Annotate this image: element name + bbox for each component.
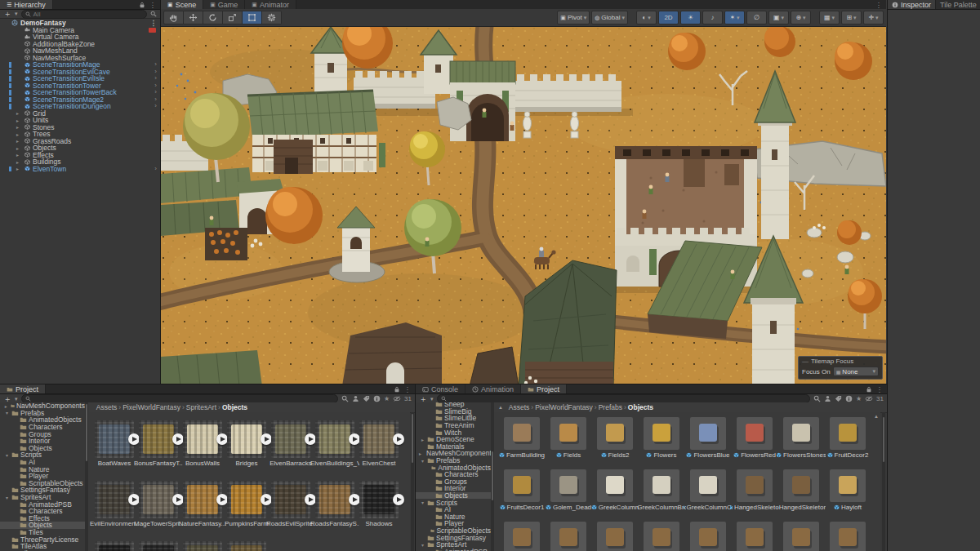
shading-mode-button[interactable]: ◐▾ [636,11,657,24]
scene-view-tab[interactable]: ▣Animator [245,0,296,9]
audio-toggle[interactable]: ♪ [702,11,723,24]
expand-sprites-icon[interactable] [393,433,404,445]
create-button[interactable]: ＋ [3,8,11,20]
scene-canvas[interactable]: —Tilemap Focus Focus On ▦ None ▾ [161,27,886,384]
inspector-tab[interactable]: Tile Palette [936,0,980,9]
kebab-menu-icon[interactable]: ⋮ [875,1,883,9]
search-by-label-icon[interactable] [835,395,842,402]
search-by-type-icon[interactable] [824,395,831,402]
snap-settings-button[interactable]: ⊞▾ [841,11,862,24]
breadcrumb-segment[interactable]: SpritesArt [186,403,216,411]
asset-thumbnail[interactable]: GreekColumnBro... [644,469,679,502]
asset-thumbnail[interactable]: Shadows [359,481,399,518]
hierarchy-row[interactable]: ▸ Buildings [0,158,160,166]
breadcrumb-segment[interactable]: PixelWorldFantasy [122,403,180,411]
expand-sprites-icon[interactable] [305,494,316,505]
scroll-up-icon[interactable]: ▲ [498,405,503,410]
asset-thumbnail[interactable] [139,541,178,551]
tilemap-focus-dropdown[interactable]: ▦ None ▾ [833,367,879,376]
asset-thumbnail[interactable]: Bridges [227,420,266,458]
inspector-tab[interactable]: Inspector [888,0,936,9]
search-in-assets-icon[interactable] [341,395,349,402]
camera-settings-button[interactable]: ▣▾ [768,11,789,24]
asset-thumbnail[interactable]: FlowersStones [783,417,819,450]
asset-thumbnail[interactable]: GreekColumnCut [690,469,726,502]
asset-thumbnail[interactable]: RoadsEvilSprite... [271,481,310,518]
rotate-tool-button[interactable] [203,11,223,24]
asset-thumbnail[interactable]: MageTowerSpri... [139,481,178,518]
scroll-up-icon[interactable]: ▲ [874,414,879,419]
kebab-menu-icon[interactable]: ⋮ [149,1,157,9]
hierarchy-row[interactable]: ▸ Stones [0,124,160,131]
scene-lighting-toggle[interactable]: ☀ [680,11,701,24]
asset-thumbnail[interactable]: GreekColumn [597,469,633,502]
hierarchy-row[interactable]: ▸ Trees [0,131,160,138]
asset-thumbnail[interactable]: FarmBuilding [504,417,540,450]
tab-project-left[interactable]: Project [0,384,46,393]
scene-view-tab[interactable]: ▣Game [203,0,245,9]
asset-thumbnail[interactable]: Hayloft [830,469,866,502]
hierarchy-row[interactable]: ▸ GrassRoads [0,138,160,145]
asset-thumbnail[interactable] [95,541,134,551]
search-preset-icon[interactable] [845,395,853,402]
folder-row[interactable]: AnimatedPSB [416,548,491,551]
breadcrumb-segment[interactable]: Objects [628,403,653,411]
breadcrumb-segment[interactable]: PixelWorldFantasy [535,403,593,411]
scene-visibility-toggle[interactable]: ∅ [746,11,767,24]
asset-thumbnail[interactable]: HedgeLittle 1 [830,522,866,551]
expand-sprites-icon[interactable] [393,494,404,505]
folder-row[interactable]: ▾ Scripts [0,451,85,459]
folder-row[interactable]: TileAtlas [0,543,85,550]
gizmos-button[interactable]: ⊕▾ [791,11,811,24]
scene-header-row[interactable]: DemoFantasy ⋮ [0,19,160,27]
hidden-count-icon[interactable] [865,395,873,402]
search-by-type-icon[interactable] [352,395,359,402]
hierarchy-row[interactable]: Main Camera [0,27,160,34]
asset-thumbnail[interactable]: HedgeDiag2 [550,522,586,551]
lock-icon[interactable] [394,386,400,393]
asset-thumbnail[interactable]: HedgeHori3 [690,522,726,551]
asset-thumbnail[interactable]: FlowersBlue [690,417,726,450]
folder-row[interactable]: Objects [0,445,85,452]
kebab-menu-icon[interactable]: ⋮ [404,385,412,393]
expand-sprites-icon[interactable] [172,433,184,445]
hierarchy-row[interactable]: ▸ Grid [0,110,160,118]
asset-thumbnail[interactable]: RoadsFantasyS... [315,481,354,518]
asset-thumbnail[interactable]: ElvenBarracks [271,420,310,458]
search-preset-icon[interactable] [373,395,381,402]
search-by-label-icon[interactable] [363,395,370,402]
asset-thumbnail[interactable]: Fields [550,417,586,450]
2d-toggle[interactable]: 2D [658,11,679,24]
grid-scrollbar[interactable] [411,412,414,551]
expand-sprites-icon[interactable] [349,433,360,445]
asset-thumbnail[interactable]: HedgeHori1 [597,522,633,551]
asset-thumbnail[interactable]: FlowersRed [737,417,773,450]
expand-sprites-icon[interactable] [261,433,272,445]
hierarchy-row[interactable]: AdditionalBakeZone [0,41,160,48]
hierarchy-row[interactable]: ▸ ElvenTown › [0,166,160,173]
search-type-icon[interactable] [150,11,157,17]
view-tool-button[interactable] [163,11,184,24]
asset-thumbnail[interactable]: EvilEnvironmen... [95,481,134,518]
breadcrumb-segment[interactable]: Prefabs [599,403,622,411]
hierarchy-search-input[interactable]: All [21,10,147,19]
asset-thumbnail[interactable]: HedgeLittle [783,522,819,551]
hierarchy-row[interactable]: ▸ Effects [0,152,160,159]
asset-thumbnail[interactable]: HangedSkeleton [737,469,773,502]
search-gizmos-button[interactable]: ✛▾ [863,11,884,24]
asset-thumbnail[interactable]: Fields2 [597,417,633,450]
expand-sprites-icon[interactable] [216,494,228,505]
asset-thumbnail[interactable]: BonusFantasyT... [139,420,178,458]
asset-thumbnail[interactable]: NatureFantasy... [183,481,222,518]
breadcrumb-segment[interactable]: Objects [222,403,247,411]
breadcrumb-segment[interactable]: Assets [96,403,118,411]
search-in-assets-icon[interactable] [813,395,821,402]
favorites-icon[interactable]: ★ [384,395,390,402]
bottom-right-tab[interactable]: Project [521,384,567,393]
asset-thumbnail[interactable]: BonusWalls [183,420,222,458]
hierarchy-row[interactable]: SceneTransitionDungeon › [0,103,160,110]
expand-sprites-icon[interactable] [261,494,272,505]
asset-thumbnail[interactable]: HangedSkeleton2 [783,469,819,502]
asset-thumbnail[interactable]: PumpkinsFarm [227,481,266,518]
asset-thumbnail[interactable]: FruitDecor2 [830,417,866,450]
